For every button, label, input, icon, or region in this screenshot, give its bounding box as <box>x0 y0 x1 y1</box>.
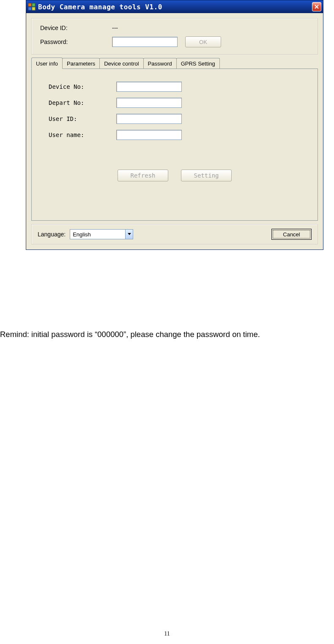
tab-gprs-setting[interactable]: GPRS Setting <box>176 58 220 69</box>
svg-rect-0 <box>28 3 31 6</box>
window-title: Body Camera manage tools V1.0 <box>38 3 162 11</box>
tab-password[interactable]: Password <box>143 58 177 69</box>
app-icon <box>28 3 36 11</box>
tab-parameters[interactable]: Parameters <box>62 58 100 69</box>
device-id-label: Device ID: <box>40 25 112 31</box>
depart-no-label: Depart No: <box>49 99 116 106</box>
depart-no-input[interactable] <box>116 98 182 108</box>
svg-rect-1 <box>32 3 35 6</box>
svg-marker-6 <box>128 233 131 235</box>
user-info-panel: Device No: Depart No: User ID: User name… <box>31 69 318 221</box>
chevron-down-icon <box>125 230 133 239</box>
app-window: Body Camera manage tools V1.0 Device ID:… <box>26 0 323 250</box>
language-label: Language: <box>38 231 66 238</box>
ok-button[interactable]: OK <box>185 36 221 47</box>
close-icon <box>314 4 319 9</box>
footer-bar: Language: English Cancel <box>31 224 318 244</box>
svg-rect-3 <box>32 7 35 10</box>
device-no-label: Device No: <box>49 83 116 90</box>
tab-user-info[interactable]: User info <box>31 58 63 69</box>
password-label: Password: <box>40 38 112 45</box>
device-id-value: --- <box>112 25 118 31</box>
page-number: 11 <box>0 630 334 637</box>
cancel-button[interactable]: Cancel <box>271 229 312 240</box>
setting-button[interactable]: Setting <box>181 170 232 181</box>
user-name-label: User name: <box>49 132 116 138</box>
tabs-header: User info Parameters Device control Pass… <box>31 57 318 69</box>
password-input[interactable] <box>112 37 178 47</box>
remind-text: Remind: initial password is “000000”, pl… <box>0 330 260 339</box>
tab-device-control[interactable]: Device control <box>99 58 143 69</box>
device-auth-group: Device ID: --- Password: OK <box>31 18 318 55</box>
language-combo[interactable]: English <box>70 229 133 239</box>
window-body: Device ID: --- Password: OK User info Pa… <box>26 13 323 249</box>
device-no-input[interactable] <box>116 82 182 92</box>
user-name-input[interactable] <box>116 130 182 140</box>
refresh-button[interactable]: Refresh <box>118 170 168 181</box>
user-id-label: User ID: <box>49 115 116 122</box>
titlebar[interactable]: Body Camera manage tools V1.0 <box>26 0 323 13</box>
close-button[interactable] <box>312 2 321 11</box>
svg-rect-2 <box>28 7 31 10</box>
user-id-input[interactable] <box>116 114 182 124</box>
language-value: English <box>70 231 125 238</box>
tabs-container: User info Parameters Device control Pass… <box>31 57 318 221</box>
